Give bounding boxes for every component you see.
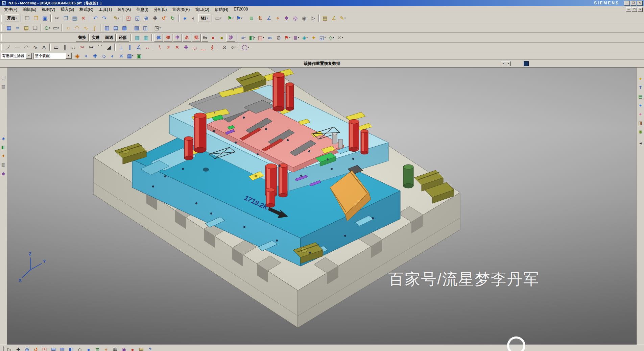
rotate-view-icon[interactable]: ↺: [160, 14, 168, 22]
interpart-copy-icon[interactable]: ◧▾: [248, 33, 257, 42]
copy-icon[interactable]: ❐: [62, 14, 70, 22]
pan-mode-icon[interactable]: ✚: [14, 346, 23, 351]
toolbar-grip[interactable]: [1, 34, 3, 41]
selection-scope-combo[interactable]: 整个装配 ▾: [33, 53, 72, 59]
materials-ball-tab-icon[interactable]: ●: [637, 109, 644, 118]
macro-red-dot-icon[interactable]: ●: [209, 33, 217, 42]
roles-tab-icon[interactable]: ◉: [637, 127, 644, 136]
graphics-viewport[interactable]: 1719.2K: [7, 68, 637, 345]
rectangle-tool-icon[interactable]: ▭: [52, 43, 61, 51]
menu-view[interactable]: 视图(V): [39, 6, 58, 13]
panel-tab-layers-icon[interactable]: ◧: [0, 143, 7, 151]
point-tool-icon[interactable]: ⊙▾: [43, 24, 52, 32]
prompt-scroll-right-button[interactable]: >: [506, 61, 511, 66]
circle-tool-icon[interactable]: ○: [64, 24, 73, 32]
boolean-feature-icon[interactable]: ◫: [141, 24, 150, 32]
promote-body-icon[interactable]: ◫▾: [257, 33, 265, 42]
reference-flag-icon[interactable]: ⚑▾: [235, 14, 244, 22]
start-menu-button[interactable]: 开始▾: [5, 14, 19, 22]
front-view-icon[interactable]: ▤: [49, 346, 58, 351]
intersection-point-icon[interactable]: ✚: [182, 43, 190, 51]
prompt-dock-handle[interactable]: [524, 61, 529, 66]
spline-sketch-icon[interactable]: ∿: [31, 43, 40, 51]
cut-icon[interactable]: ✂: [53, 14, 62, 22]
assembly-navigator-icon[interactable]: ≣: [247, 14, 256, 22]
show-hide-icon[interactable]: ◎: [291, 14, 300, 22]
display-mode-icon[interactable]: ◐: [189, 14, 198, 22]
open-part-icon[interactable]: ❐: [32, 14, 41, 22]
cross-curve-icon[interactable]: ✕: [173, 43, 182, 51]
layer-settings-icon[interactable]: ≣: [93, 346, 102, 351]
snap-center-icon[interactable]: ◇: [99, 52, 108, 60]
fillet-curve-icon[interactable]: ⌒: [96, 43, 104, 51]
arc-sketch-icon[interactable]: ◠: [22, 43, 31, 51]
edit-object-display-icon[interactable]: ◉: [300, 14, 309, 22]
pan-icon[interactable]: ✚: [151, 14, 160, 22]
menu-window[interactable]: 窗口(O): [192, 6, 212, 13]
macro-bq-button[interactable]: Bq: [201, 34, 208, 42]
menu-edit[interactable]: 编辑(E): [20, 6, 39, 13]
snap-toggle-icon[interactable]: ◉: [73, 52, 82, 60]
macro-spring-button[interactable]: 弹: [164, 34, 172, 42]
replace-button[interactable]: 替换: [76, 34, 89, 42]
wave-link-icon[interactable]: ≈▾: [239, 33, 248, 42]
paste-icon[interactable]: ▤: [70, 14, 79, 22]
toolbar-grip[interactable]: [1, 15, 3, 22]
snap-end-icon[interactable]: ⌖: [82, 52, 91, 60]
menu-information[interactable]: 信息(I): [134, 6, 151, 13]
arc-lower-icon[interactable]: ◡: [190, 43, 199, 51]
extend-curve-icon[interactable]: ↦: [87, 43, 96, 51]
context-help-icon[interactable]: ?: [146, 346, 154, 351]
menu-help[interactable]: 帮助(H): [212, 6, 231, 13]
rotate-mode-icon[interactable]: ↺: [31, 346, 40, 351]
select-mode-icon[interactable]: ▷: [5, 346, 14, 351]
menu-format[interactable]: 格式(R): [77, 6, 96, 13]
diameter-tool-icon[interactable]: Ø: [274, 33, 283, 42]
arc-tool-icon[interactable]: ◠: [73, 24, 81, 32]
loop-curve-icon[interactable]: ∮: [208, 43, 217, 51]
shaded-display-icon[interactable]: ●: [181, 14, 189, 22]
profile-line-icon[interactable]: ∕: [4, 43, 13, 51]
menu-assemblies[interactable]: 装配(A): [115, 6, 134, 13]
offset-curve-icon[interactable]: ∥: [61, 43, 69, 51]
annotation-icon[interactable]: ▤: [321, 14, 330, 22]
mdi-restore-button[interactable]: ❐: [632, 7, 637, 12]
chevron-down-icon[interactable]: ▾: [66, 53, 71, 59]
macro-name-button[interactable]: 名: [183, 34, 191, 42]
knowledge-fusion-tab-icon[interactable]: ✦: [637, 74, 644, 83]
macro-she-button[interactable]: 涉: [226, 34, 235, 42]
mdi-close-button[interactable]: ✕: [638, 7, 643, 12]
macro-record-icon[interactable]: ●: [128, 346, 137, 351]
new-part-icon[interactable]: ❏: [23, 14, 32, 22]
part-module-icon[interactable]: ◈▾: [301, 33, 309, 42]
preview-toggle-icon[interactable]: ▣: [135, 52, 143, 60]
zoom-mode-icon[interactable]: ⊕: [23, 346, 31, 351]
ruler-icon[interactable]: ∠: [330, 14, 338, 22]
bridge-curve-icon[interactable]: ‿: [199, 43, 208, 51]
cavity-tool-icon[interactable]: ◱▾: [318, 33, 327, 42]
close-tools-icon[interactable]: ✕▾: [336, 33, 344, 42]
face-translucent-button[interactable]: 面透: [103, 34, 116, 42]
collapse-arrow-icon[interactable]: ◂: [637, 139, 644, 147]
redo-icon[interactable]: ↷: [100, 14, 109, 22]
grid-cells-icon[interactable]: ▩: [120, 24, 129, 32]
parallel-constraint-icon[interactable]: ∥: [125, 43, 134, 51]
panel-tab-props-icon[interactable]: ▥: [0, 160, 7, 169]
helix-tool-icon[interactable]: ∫: [90, 24, 99, 32]
selection-filter-combo[interactable]: 有选择过滤器 ▾: [1, 53, 32, 59]
stripe-display-alt-icon[interactable]: ▥: [142, 33, 150, 42]
background-swatch-icon[interactable]: ▭▾: [214, 14, 223, 22]
block-feature-icon[interactable]: ▧: [132, 24, 141, 32]
panel-tab-nav-icon[interactable]: ◈: [0, 134, 7, 143]
mdi-minimize-button[interactable]: —: [626, 7, 631, 12]
circle-sketch-icon[interactable]: ○▾: [229, 43, 238, 51]
snap-point-icon[interactable]: ⌖: [273, 14, 282, 22]
line-tool-icon[interactable]: —: [13, 43, 22, 51]
minimize-button[interactable]: —: [624, 1, 630, 6]
select-arrow-icon[interactable]: ▷: [309, 14, 317, 22]
grid-rows-icon[interactable]: ▤: [111, 24, 120, 32]
delete-icon[interactable]: ✕: [79, 14, 88, 22]
stripe-display-icon[interactable]: ▥: [133, 33, 142, 42]
snap-mid-icon[interactable]: ✚: [91, 52, 99, 60]
macro-shen-button[interactable]: 申: [173, 34, 182, 42]
